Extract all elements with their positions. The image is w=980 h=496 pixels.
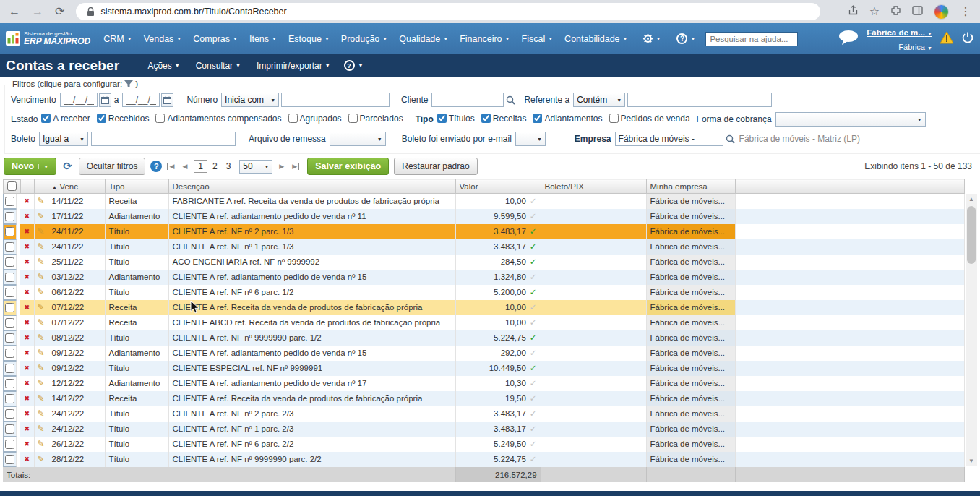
browser-menu-icon[interactable]: ⋮ [960, 6, 971, 17]
company-link[interactable]: Fábrica de m... ▼ [867, 28, 932, 37]
chat-bubble-icon[interactable] [838, 30, 859, 48]
edit-row-icon[interactable]: ✎ [34, 194, 48, 210]
cliente-input[interactable] [431, 93, 504, 107]
url-bar[interactable]: sistema.maxiprod.com.br/Titulo/ContaRece… [76, 3, 820, 20]
referente-operator-select[interactable]: Contém▼ [573, 93, 625, 107]
refresh-icon[interactable]: ⟳ [55, 6, 64, 17]
nav-menu-qualidade[interactable]: Qualidade▼ [393, 34, 454, 44]
scroll-up-icon[interactable]: ▲ [966, 194, 977, 205]
delete-row-icon[interactable]: ✖ [20, 346, 34, 361]
table-row[interactable]: ✖✎26/12/22TítuloCLIENTE A ref. NF nº 6 p… [3, 437, 965, 452]
toolbar-help-icon[interactable]: ? [150, 161, 162, 172]
row-checkbox[interactable] [5, 288, 14, 297]
page-size-select[interactable]: 50▼ [239, 160, 272, 174]
search-icon[interactable] [726, 134, 735, 144]
tipo-checkbox-adiantamentos[interactable] [533, 114, 542, 123]
edit-row-icon[interactable]: ✎ [34, 346, 48, 361]
row-checkbox[interactable] [5, 394, 14, 403]
row-checkbox[interactable] [5, 364, 14, 373]
back-icon[interactable]: ← [9, 6, 20, 17]
warning-icon[interactable] [940, 31, 954, 47]
restaurar-padrao-button[interactable]: Restaurar padrão [394, 158, 477, 175]
table-row[interactable]: ✖✎24/12/22TítuloCLIENTE A ref. NF nº 2 p… [3, 406, 965, 422]
estado-option-a-receber[interactable]: A receber [41, 114, 90, 124]
delete-row-icon[interactable]: ✖ [20, 194, 34, 210]
row-checkbox[interactable] [5, 303, 14, 312]
boleto-operator-select[interactable]: Igual a▼ [39, 132, 88, 146]
edit-row-icon[interactable]: ✎ [34, 422, 48, 437]
edit-row-icon[interactable]: ✎ [34, 452, 48, 467]
estado-option-adiantamentos-compensados[interactable]: Adiantamentos compensados [155, 114, 281, 124]
tipo-checkbox-pedidos-de-venda[interactable] [609, 114, 619, 123]
edit-row-icon[interactable]: ✎ [34, 391, 48, 406]
novo-button[interactable]: Novo▼ [4, 158, 56, 175]
estado-option-parcelados[interactable]: Parcelados [348, 114, 403, 124]
scroll-down-icon[interactable]: ▼ [966, 456, 977, 466]
logout-power-icon[interactable] [961, 31, 974, 47]
table-row[interactable]: ✖✎09/12/22AdiantamentoCLIENTE A ref. adi… [3, 346, 965, 361]
filters-legend[interactable]: Filtros (clique para configurar: ) [9, 80, 141, 88]
search-icon[interactable] [506, 95, 515, 105]
salvar-exibicao-button[interactable]: Salvar exibição [307, 158, 389, 175]
edit-row-icon[interactable]: ✎ [34, 376, 48, 391]
page-number-3[interactable]: 3 [223, 161, 235, 172]
referente-input[interactable] [627, 93, 772, 107]
row-checkbox[interactable] [5, 212, 14, 221]
table-row[interactable]: ✖✎14/12/22ReceitaCLIENTE A ref. Receita … [3, 391, 965, 406]
row-checkbox[interactable] [5, 273, 14, 282]
row-checkbox[interactable] [5, 333, 14, 343]
help-search-input[interactable] [705, 32, 798, 46]
app-logo[interactable]: Sistema de gestão ERP MAXIPROD [6, 31, 90, 47]
delete-row-icon[interactable]: ✖ [20, 406, 34, 422]
tipo-checkbox-receitas[interactable] [481, 114, 491, 123]
delete-row-icon[interactable]: ✖ [20, 255, 34, 270]
page-number-2[interactable]: 2 [209, 161, 221, 172]
page-menu-acoes[interactable]: Ações▼ [139, 61, 187, 71]
tipo-option-pedidos-de-venda[interactable]: Pedidos de venda [609, 114, 690, 124]
nav-menu-vendas[interactable]: Vendas▼ [138, 34, 188, 44]
vencimento-to-input[interactable] [122, 93, 160, 107]
nav-menu-estoque[interactable]: Estoque▼ [283, 34, 335, 44]
tipo-option-titulos[interactable]: Títulos [437, 114, 475, 124]
estado-option-recebidos[interactable]: Recebidos [97, 114, 150, 124]
nav-menu-compras[interactable]: Compras▼ [187, 34, 244, 44]
bookmark-star-icon[interactable]: ☆ [869, 6, 880, 17]
prev-page-icon[interactable]: ◀ [181, 163, 189, 170]
delete-row-icon[interactable]: ✖ [20, 437, 34, 452]
table-row[interactable]: ✖✎07/12/22ReceitaCLIENTE ABCD ref. Recei… [3, 315, 965, 330]
share-icon[interactable] [848, 5, 859, 19]
delete-row-icon[interactable]: ✖ [20, 452, 34, 467]
table-row[interactable]: ✖✎08/12/22TítuloCLIENTE A ref. NF nº 999… [3, 330, 965, 346]
edit-row-icon[interactable]: ✎ [34, 224, 48, 239]
row-checkbox[interactable] [5, 455, 14, 464]
tipo-option-adiantamentos[interactable]: Adiantamentos [533, 114, 602, 124]
nav-menu-itens[interactable]: Itens▼ [244, 34, 283, 44]
boleto-pix-column-header[interactable]: Boleto/PIX [541, 179, 646, 194]
edit-row-icon[interactable]: ✎ [34, 285, 48, 300]
profile-avatar[interactable] [934, 4, 949, 20]
forma-cobranca-select[interactable]: ▼ [775, 112, 926, 127]
table-row[interactable]: ✖✎24/11/22TítuloCLIENTE A ref. NF nº 1 p… [3, 239, 965, 255]
table-row[interactable]: ✖✎06/12/22TítuloCLIENTE A ref. NF nº 6 p… [3, 285, 965, 300]
row-checkbox[interactable] [5, 349, 14, 358]
delete-row-icon[interactable]: ✖ [20, 270, 34, 285]
delete-row-icon[interactable]: ✖ [20, 391, 34, 406]
table-row[interactable]: ✖✎07/12/22ReceitaCLIENTE A ref. Receita … [3, 300, 965, 315]
refresh-grid-icon[interactable]: ⟳ [63, 160, 72, 173]
nav-menu-financeiro[interactable]: Financeiro▼ [454, 34, 515, 44]
row-checkbox[interactable] [5, 318, 14, 328]
edit-row-icon[interactable]: ✎ [34, 330, 48, 346]
page-number-1[interactable]: 1 [194, 160, 207, 173]
empresa-input[interactable]: Fábrica de móveis - [615, 132, 723, 146]
tipo-checkbox-titulos[interactable] [437, 114, 447, 123]
numero-input[interactable] [281, 93, 390, 107]
page-help-icon[interactable]: ? [344, 60, 355, 71]
valor-column-header[interactable]: Valor [455, 179, 541, 194]
delete-row-icon[interactable]: ✖ [20, 361, 34, 376]
tipo-option-receitas[interactable]: Receitas [481, 114, 527, 124]
table-row[interactable]: ✖✎14/11/22ReceitaFABRICANTE A ref. Recei… [3, 194, 965, 210]
edit-row-icon[interactable]: ✎ [34, 315, 48, 330]
nav-menu-contabilidade[interactable]: Contabilidade▼ [559, 34, 633, 44]
row-checkbox[interactable] [5, 440, 14, 449]
delete-row-icon[interactable]: ✖ [20, 422, 34, 437]
